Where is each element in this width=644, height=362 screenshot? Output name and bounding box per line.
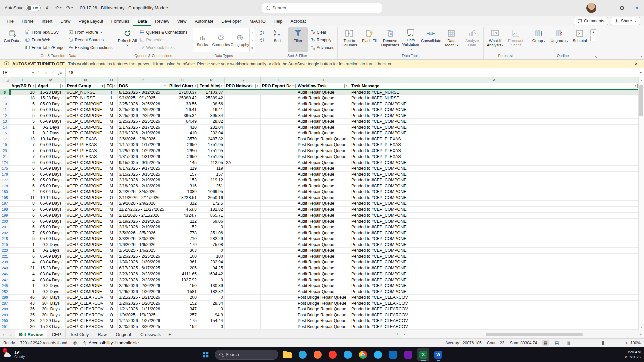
- cell[interactable]: 18: [10, 95, 36, 101]
- cell[interactable]: [225, 177, 261, 183]
- cell[interactable]: 6: [10, 172, 36, 178]
- cell[interactable]: Audit Repair Queue: [296, 259, 350, 265]
- normal-view-button[interactable]: ▦: [542, 340, 548, 346]
- column-header-R[interactable]: R: [198, 77, 225, 83]
- row-number[interactable]: 13: [0, 119, 10, 125]
- cell[interactable]: 94.9: [198, 312, 225, 318]
- cell[interactable]: [261, 301, 296, 307]
- cell[interactable]: 1: [10, 283, 36, 289]
- taskbar-weather-widget[interactable]: 1 19°FCloudy: [3, 347, 25, 362]
- cell[interactable]: 2/19/2026 - 2/19/2026: [118, 130, 168, 136]
- cell[interactable]: 05-09 Days: [36, 177, 66, 183]
- cell[interactable]: #CEP_CLEARCOV: [66, 301, 105, 307]
- cell[interactable]: M: [105, 207, 118, 213]
- cell[interactable]: M: [105, 301, 118, 307]
- cell[interactable]: 9/17/2025 - 9/17/2025: [118, 166, 168, 172]
- cell[interactable]: Audit Repair Queue: [296, 119, 350, 125]
- row-number[interactable]: 221: [0, 254, 10, 260]
- existing-connections-button[interactable]: Existing Connections: [67, 44, 114, 51]
- cell[interactable]: #CEP_CLEARCOV: [66, 312, 105, 318]
- cell[interactable]: #CEP_COMPONE: [66, 119, 105, 125]
- row-number[interactable]: 1: [0, 83, 10, 89]
- cell[interactable]: 03-04 Days: [36, 277, 66, 283]
- cell[interactable]: [261, 154, 296, 160]
- cell[interactable]: 1: [10, 242, 36, 248]
- cell[interactable]: [261, 177, 296, 183]
- cell[interactable]: Pended to #CEP_PLEXAS: [350, 142, 638, 148]
- cell[interactable]: 7: [10, 230, 36, 236]
- column-header-S[interactable]: S: [225, 77, 261, 83]
- cell[interactable]: 172.5: [198, 201, 225, 207]
- cell[interactable]: 0: [198, 224, 225, 230]
- cell[interactable]: 30+ Days: [36, 295, 66, 301]
- cell[interactable]: 2950: [168, 154, 198, 160]
- cell[interactable]: [225, 283, 261, 289]
- filter-dropdown-icon[interactable]: ▾: [31, 84, 36, 88]
- scroll-up-icon[interactable]: ▴: [639, 77, 644, 83]
- cell[interactable]: 4324.7: [168, 213, 198, 219]
- zoom-slider-thumb[interactable]: [602, 341, 604, 345]
- cell[interactable]: Post Bridge Repair Queue: [296, 318, 350, 324]
- gallery-more-icon[interactable]: ≡: [251, 47, 253, 50]
- cell[interactable]: [225, 154, 261, 160]
- cell[interactable]: [225, 95, 261, 101]
- cell[interactable]: #CEP_COMPONE: [66, 224, 105, 230]
- horizontal-scroll-thumb[interactable]: [486, 333, 583, 336]
- cell[interactable]: 0-2 Days: [36, 289, 66, 295]
- cell[interactable]: 2/9/2026 - 2/9/2026: [118, 201, 168, 207]
- horizontal-scrollbar[interactable]: ◂ ▸: [401, 330, 644, 338]
- taskbar-app-onenote[interactable]: [402, 348, 414, 361]
- row-number[interactable]: 19: [0, 142, 10, 148]
- cell[interactable]: [261, 160, 296, 166]
- cell[interactable]: M: [105, 265, 118, 272]
- row-number[interactable]: 290: [0, 318, 10, 324]
- cell[interactable]: Audit Repair Queue: [296, 130, 350, 136]
- row-number[interactable]: 20: [0, 148, 10, 154]
- cell[interactable]: [225, 248, 261, 254]
- cell[interactable]: [261, 277, 296, 283]
- cell[interactable]: #CEP_PLEXAS: [66, 148, 105, 154]
- cell[interactable]: 9/1/2025 - 9/1/2025: [118, 95, 168, 101]
- cell[interactable]: 232.04: [198, 125, 225, 131]
- gallery-up-icon[interactable]: ▴: [251, 31, 253, 34]
- cell[interactable]: 6: [10, 160, 36, 166]
- cell[interactable]: Pended to #CEP_NURSE: [350, 95, 638, 101]
- filter-header-Q[interactable]: Billed Charge▾: [168, 83, 198, 89]
- cell[interactable]: #CEP_COMPONE: [66, 113, 105, 119]
- cell[interactable]: M: [105, 224, 118, 230]
- cell[interactable]: Pended to #CEP_COMPONE: [350, 172, 638, 178]
- group-button[interactable]: Group: [529, 27, 548, 52]
- row-number[interactable]: 195: [0, 195, 10, 201]
- cell[interactable]: [225, 271, 261, 277]
- cell[interactable]: 179: [168, 242, 198, 248]
- cell[interactable]: 11: [10, 195, 36, 201]
- taskbar-app-excel[interactable]: X: [417, 348, 429, 361]
- row-number[interactable]: 286: [0, 295, 10, 301]
- cell[interactable]: [261, 295, 296, 301]
- filter-applied-icon[interactable]: [100, 84, 105, 88]
- column-header-P[interactable]: P: [118, 77, 168, 83]
- cell[interactable]: Pended to #CEP_COMPONE: [350, 230, 638, 236]
- cell[interactable]: 152: [168, 324, 198, 330]
- cell[interactable]: 3570: [168, 136, 198, 142]
- cell[interactable]: M: [105, 289, 118, 295]
- cell[interactable]: [261, 113, 296, 119]
- cell[interactable]: [261, 101, 296, 107]
- cell[interactable]: #CEP_PLEXAS: [66, 136, 105, 142]
- cell[interactable]: 130.89: [198, 283, 225, 289]
- cell[interactable]: 0-2 Days: [36, 283, 66, 289]
- cell[interactable]: I: [105, 89, 118, 96]
- cell[interactable]: 157: [168, 172, 198, 178]
- cell[interactable]: Pended to #CEP_COMPONE: [350, 213, 638, 219]
- cell[interactable]: 6: [10, 207, 36, 213]
- cell[interactable]: Audit Repair Queue: [296, 113, 350, 119]
- taskbar-app-file-explorer[interactable]: [281, 348, 293, 361]
- cell[interactable]: Pended to #CEP_COMPONE: [350, 107, 638, 113]
- cell[interactable]: 865.71: [198, 213, 225, 219]
- cell[interactable]: 351.06: [198, 230, 225, 236]
- cell[interactable]: 8228.51: [168, 195, 198, 201]
- cell[interactable]: 8/12/2025 - 8/12/2025: [118, 89, 168, 96]
- ribbon-tab-data[interactable]: Data: [133, 17, 151, 26]
- cell[interactable]: [225, 189, 261, 195]
- cell[interactable]: 05-09 Days: [36, 213, 66, 219]
